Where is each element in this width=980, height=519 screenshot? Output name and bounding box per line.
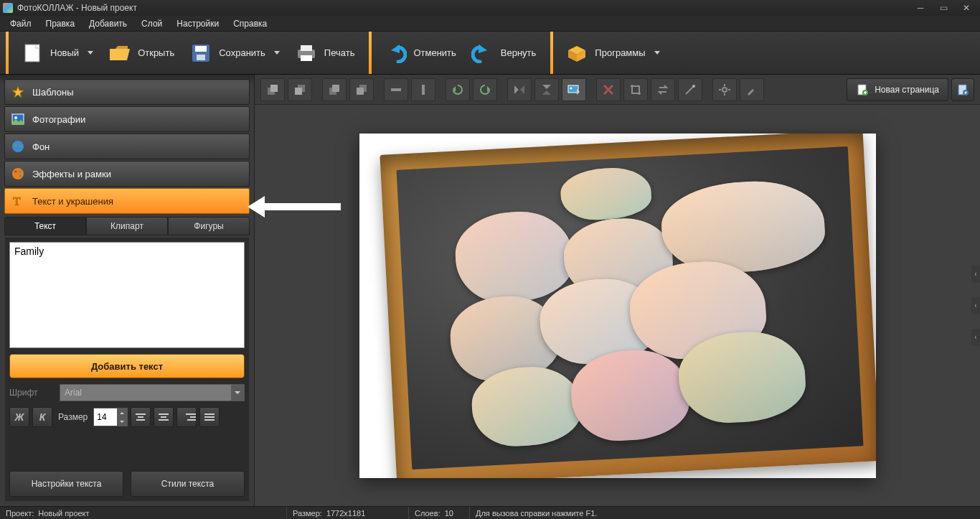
align-center-button[interactable] (154, 407, 174, 427)
italic-button[interactable]: К (32, 407, 52, 427)
subtab-clipart[interactable]: Клипарт (86, 217, 168, 235)
fit-button[interactable] (562, 78, 586, 101)
svg-marker-34 (542, 90, 551, 95)
rotate-right-button[interactable] (473, 78, 497, 101)
flip-h-button[interactable] (507, 78, 532, 101)
spin-up[interactable] (117, 408, 127, 417)
sidebar-item-label: Текст и украшения (32, 196, 113, 207)
text-input[interactable] (9, 242, 245, 348)
redo-button[interactable]: Вернуть (463, 37, 544, 70)
svg-point-39 (722, 88, 727, 92)
align-left-button[interactable] (131, 407, 151, 427)
title-bar: ФотоКОЛЛАЖ - Новый проект ─ ▭ ✕ (0, 0, 980, 16)
settings-icon-button[interactable] (712, 78, 737, 101)
text-settings-button[interactable]: Настройки текста (9, 471, 123, 497)
menu-help[interactable]: Справка (226, 16, 274, 31)
bring-front-button[interactable] (260, 78, 285, 101)
programs-button[interactable]: Программы (557, 37, 666, 70)
font-size-input[interactable]: 14 (93, 408, 128, 426)
svg-point-36 (570, 87, 573, 89)
font-select[interactable]: Arial (60, 384, 245, 401)
status-layers-label: Слоев: (415, 509, 440, 518)
flyout-tab[interactable]: ‹ (971, 297, 980, 314)
bring-forward-button[interactable] (322, 78, 347, 101)
page-settings-button[interactable] (951, 78, 974, 101)
canvas-viewport[interactable]: ‹ ‹ ‹ (255, 105, 980, 506)
sidebar-item-text[interactable]: T Текст и украшения (4, 188, 250, 214)
sidebar: Шаблоны Фотографии Фон Эффекты и рамки T… (0, 75, 255, 506)
app-icon (3, 3, 13, 13)
page-add-icon (856, 83, 869, 96)
caret-down-icon (274, 51, 280, 55)
collage-frame (380, 134, 876, 478)
save-button[interactable]: Сохранить (182, 37, 287, 70)
spin-down[interactable] (117, 417, 127, 426)
sidebar-item-background[interactable]: Фон (4, 134, 250, 159)
sidebar-item-label: Фотографии (32, 114, 85, 125)
magic-button[interactable] (678, 78, 702, 101)
crop-button[interactable] (623, 78, 648, 101)
status-project-value: Новый проект (38, 509, 89, 518)
box-icon (565, 41, 589, 65)
svg-rect-6 (301, 45, 312, 51)
collage-photo[interactable] (659, 177, 826, 276)
align-button[interactable] (384, 78, 408, 101)
svg-point-38 (692, 85, 695, 88)
sidebar-item-label: Шаблоны (32, 87, 74, 98)
eyedropper-button[interactable] (740, 78, 764, 101)
add-text-button[interactable]: Добавить текст (9, 354, 245, 378)
close-button[interactable]: ✕ (956, 2, 977, 14)
replace-button[interactable] (651, 78, 675, 101)
send-back-button[interactable] (288, 78, 312, 101)
new-page-button[interactable]: Новая страница (847, 78, 948, 101)
bold-button[interactable]: Ж (9, 407, 29, 427)
window-title: ФотоКОЛЛАЖ - Новый проект (17, 3, 137, 13)
menu-settings[interactable]: Настройки (169, 16, 226, 31)
center-button[interactable] (411, 78, 435, 101)
delete-button[interactable] (596, 78, 621, 101)
font-value: Arial (65, 388, 82, 398)
svg-rect-28 (422, 85, 425, 95)
text-icon: T (11, 194, 25, 208)
svg-marker-31 (514, 85, 519, 94)
new-button[interactable]: Новый (13, 37, 100, 70)
collage-photo[interactable] (559, 165, 652, 221)
print-button[interactable]: Печать (287, 37, 362, 70)
menu-add[interactable]: Добавить (82, 16, 134, 31)
subtab-text[interactable]: Текст (4, 217, 86, 235)
maximize-button[interactable]: ▭ (933, 2, 954, 14)
sidebar-item-effects[interactable]: Эффекты и рамки (4, 161, 250, 187)
collage-photo[interactable] (453, 209, 575, 305)
svg-text:T: T (13, 195, 21, 207)
svg-marker-10 (12, 86, 24, 98)
flyout-tab[interactable]: ‹ (971, 329, 980, 346)
sidebar-item-templates[interactable]: Шаблоны (4, 79, 250, 105)
flip-v-button[interactable] (534, 78, 559, 101)
svg-point-17 (19, 175, 22, 177)
svg-point-14 (12, 168, 24, 179)
canvas-page[interactable] (359, 134, 876, 478)
svg-rect-4 (197, 55, 205, 60)
main-toolbar: Новый Открыть Сохранить Печать Отменить … (0, 32, 980, 75)
send-backward-button[interactable] (349, 78, 374, 101)
status-size-value: 1772x1181 (326, 509, 365, 518)
align-right-button[interactable] (176, 407, 197, 427)
undo-button[interactable]: Отменить (376, 37, 463, 70)
sidebar-item-label: Эффекты и рамки (32, 169, 111, 179)
svg-rect-7 (301, 55, 312, 61)
flyout-tab[interactable]: ‹ (971, 266, 980, 283)
sidebar-item-photos[interactable]: Фотографии (4, 106, 250, 132)
menu-layer[interactable]: Слой (134, 16, 169, 31)
svg-marker-9 (479, 45, 487, 53)
menu-file[interactable]: Файл (3, 16, 39, 31)
menu-edit[interactable]: Правка (39, 16, 83, 31)
rotate-left-button[interactable] (446, 78, 470, 101)
subtab-shapes[interactable]: Фигуры (168, 217, 250, 235)
sidebar-item-label: Фон (32, 141, 50, 152)
text-styles-button[interactable]: Стили текста (131, 471, 245, 497)
svg-rect-22 (295, 88, 302, 95)
minimize-button[interactable]: ─ (910, 2, 931, 14)
open-button[interactable]: Открыть (100, 37, 182, 70)
align-justify-button[interactable] (199, 407, 220, 427)
caret-down-icon (654, 51, 660, 55)
